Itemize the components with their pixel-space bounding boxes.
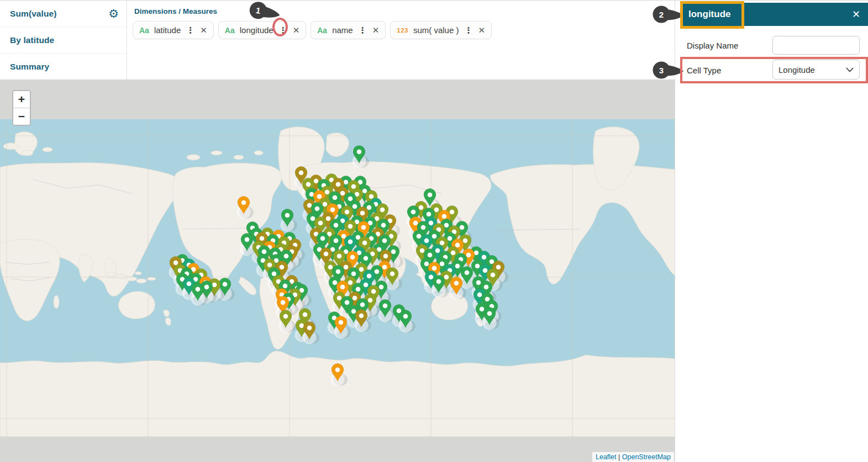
field-pill-list: Aa latitude ⋮ ✕ Aa longitude ⋮ ✕ Aa name…: [127, 15, 675, 39]
pill-latitude[interactable]: Aa latitude ⋮ ✕: [133, 21, 214, 39]
pill-remove-icon[interactable]: ✕: [478, 25, 485, 35]
pill-remove-icon[interactable]: ✕: [200, 25, 207, 35]
pill-menu-icon[interactable]: ⋮: [464, 25, 473, 35]
openstreetmap-link[interactable]: OpenStreetMap: [622, 453, 671, 461]
pill-label: sum( value ): [413, 25, 459, 35]
pill-menu-icon[interactable]: ⋮: [186, 25, 195, 35]
close-icon[interactable]: ✕: [852, 8, 860, 20]
text-type-icon: Aa: [225, 26, 235, 35]
dimensions-measures-toolbar: Dimensions / Measures Aa latitude ⋮ ✕ Aa…: [127, 1, 675, 80]
display-name-label: Display Name: [687, 41, 738, 50]
pill-remove-icon[interactable]: ✕: [293, 25, 300, 35]
sidebar-item-sum-value[interactable]: Sum(value) ⚙: [0, 1, 127, 27]
gear-icon[interactable]: ⚙: [108, 8, 119, 19]
pill-label: latitude: [154, 25, 181, 35]
pill-longitude[interactable]: Aa longitude ⋮ ✕: [218, 21, 306, 39]
sidebar-item-label: Sum(value): [10, 9, 57, 19]
attribution-separator: |: [617, 453, 622, 461]
zoom-in-button[interactable]: +: [13, 91, 30, 108]
pill-label: name: [332, 25, 353, 35]
sidebar-item-by-latitude[interactable]: By latitude: [0, 27, 127, 54]
pill-label: longitude: [240, 25, 273, 35]
map-widget[interactable]: + − Leaflet | OpenStreetMap: [0, 80, 675, 462]
pill-menu-icon[interactable]: ⋮: [358, 25, 367, 35]
callout-number: 2: [659, 10, 664, 19]
panel-title-highlight-box: [680, 1, 744, 29]
menu-dots-highlight-circle: [272, 18, 288, 36]
world-map: [0, 80, 675, 462]
map-zoom-control: + −: [12, 90, 31, 126]
display-name-input[interactable]: [772, 36, 860, 55]
leaflet-link[interactable]: Leaflet: [596, 453, 617, 461]
pill-name[interactable]: Aa name ⋮ ✕: [311, 21, 386, 39]
sidebar-item-label: Summary: [10, 62, 49, 72]
chart-settings-sidebar: Sum(value) ⚙ By latitude Summary: [0, 1, 127, 80]
number-type-icon: 123: [397, 27, 408, 34]
toolbar-title: Dimensions / Measures: [127, 1, 675, 15]
map-attribution: Leaflet | OpenStreetMap: [592, 452, 674, 462]
text-type-icon: Aa: [139, 26, 149, 35]
sidebar-item-summary[interactable]: Summary: [0, 54, 127, 79]
pill-sum-value[interactable]: 123 sum( value ) ⋮ ✕: [390, 21, 492, 39]
sidebar-item-label: By latitude: [10, 35, 54, 45]
pill-remove-icon[interactable]: ✕: [372, 25, 380, 35]
cell-type-highlight-box: [680, 57, 868, 83]
text-type-icon: Aa: [317, 26, 327, 35]
app-window: Sum(value) ⚙ By latitude Summary Dimensi…: [0, 0, 868, 462]
zoom-out-button[interactable]: −: [13, 108, 30, 125]
callout-number: 3: [659, 66, 664, 75]
